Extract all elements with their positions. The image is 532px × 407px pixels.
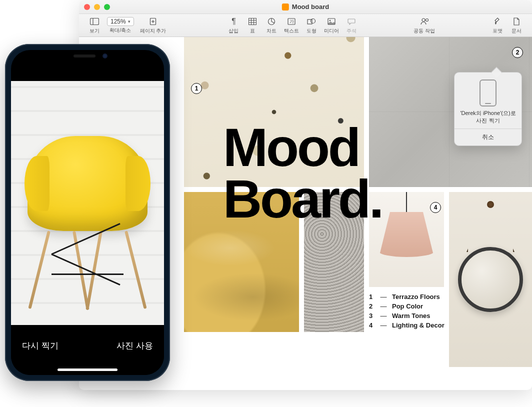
table-icon [248, 16, 256, 26]
svg-rect-13 [308, 20, 312, 24]
comment-icon [348, 16, 356, 26]
toolbar-view[interactable]: 보기 [85, 16, 104, 34]
toolbar-table[interactable]: 표 [243, 16, 262, 34]
home-indicator[interactable] [58, 368, 118, 371]
image-mirror[interactable] [449, 192, 532, 367]
callout-4[interactable]: 4 [430, 202, 441, 213]
maximize-window-button[interactable] [104, 4, 110, 10]
zoom-dropdown[interactable]: 125% ▾ [107, 17, 134, 26]
legend-item: 1 — Terrazzo Floors [369, 293, 444, 300]
legend-list[interactable]: 1 — Terrazzo Floors 2 — Pop Color 3 — Wa… [369, 293, 444, 331]
page-heading[interactable]: Mood Board. [223, 122, 382, 224]
legend-item: 4 — Lighting & Decor [369, 322, 444, 329]
toolbar-media[interactable]: 미디어 [321, 16, 342, 34]
popover-message: 'Derek의 iPhone'(으)로 사진 찍기 [454, 110, 522, 128]
iphone-device: 다시 찍기 사진 사용 [5, 44, 170, 381]
svg-point-14 [311, 18, 316, 23]
window-title-text: Mood board [292, 3, 329, 10]
toolbar-format[interactable]: 포맷 [488, 16, 507, 34]
callout-1[interactable]: 1 [191, 83, 202, 94]
svg-text:가: 가 [290, 19, 294, 24]
camera-photo-preview[interactable] [11, 81, 164, 326]
heading-line-1: Mood [223, 122, 382, 174]
toolbar-shape[interactable]: 도형 [302, 16, 321, 34]
close-window-button[interactable] [84, 4, 90, 10]
sidebar-icon [90, 16, 99, 26]
minimize-window-button[interactable] [94, 4, 100, 10]
iphone-camera-controls: 다시 찍기 사진 사용 [11, 325, 164, 375]
media-icon [328, 16, 336, 26]
svg-point-18 [426, 18, 428, 21]
window-titlebar[interactable]: Mood board [79, 0, 532, 14]
toolbar-chart[interactable]: 차트 [262, 16, 281, 34]
continuity-camera-popover: 'Derek의 iPhone'(으)로 사진 찍기 취소 [454, 72, 522, 146]
toolbar-collaborate[interactable]: 공동 작업 [410, 16, 438, 34]
toolbar-text[interactable]: 가 텍스트 [281, 16, 302, 34]
traffic-lights [84, 4, 110, 10]
text-icon: 가 [288, 16, 296, 26]
toolbar: 보기 125% ▾ 확대/축소 페이지 추가 ¶ 삽입 표 [79, 14, 532, 37]
svg-rect-0 [90, 18, 99, 24]
iphone-outline-icon [480, 80, 496, 106]
add-page-icon [149, 16, 157, 26]
pages-document-icon [282, 4, 289, 10]
toolbar-zoom[interactable]: 125% ▾ 확대/축소 [104, 17, 137, 34]
heading-line-2: Board. [223, 174, 382, 225]
legend-item: 2 — Pop Color [369, 302, 444, 310]
document-icon [514, 16, 520, 26]
iphone-notch [52, 50, 122, 63]
legend-item: 3 — Warm Tones [369, 312, 444, 320]
paragraph-icon: ¶ [232, 16, 236, 26]
retake-button[interactable]: 다시 찍기 [22, 340, 58, 352]
use-photo-button[interactable]: 사진 사용 [116, 340, 153, 352]
collaborate-icon [420, 16, 429, 26]
toolbar-insert[interactable]: ¶ 삽입 [224, 16, 243, 34]
popover-cancel-button[interactable]: 취소 [454, 128, 522, 146]
format-brush-icon [494, 16, 501, 26]
toolbar-add-page[interactable]: 페이지 추가 [137, 16, 170, 34]
svg-rect-5 [249, 18, 256, 24]
window-title: Mood board [282, 3, 329, 10]
toolbar-document[interactable]: 문서 [507, 16, 526, 34]
toolbar-comment[interactable]: 주석 [342, 16, 361, 34]
chart-icon [268, 16, 276, 26]
photo-subject-chair [22, 121, 152, 311]
callout-2[interactable]: 2 [512, 47, 523, 58]
svg-point-17 [422, 18, 425, 22]
zoom-value: 125% [110, 18, 126, 25]
iphone-screen: 다시 찍기 사진 사용 [11, 50, 164, 375]
svg-point-16 [330, 20, 331, 21]
shape-icon [307, 16, 316, 26]
chevron-down-icon: ▾ [128, 19, 130, 24]
